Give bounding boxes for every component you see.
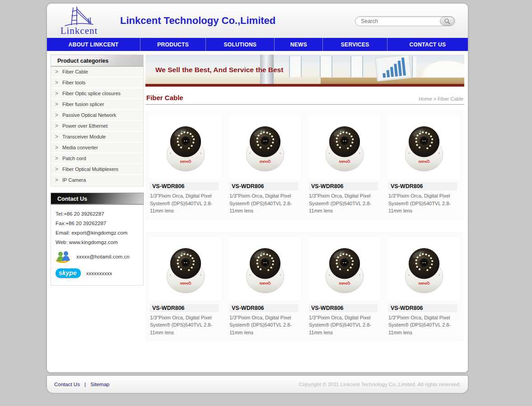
banner-slogan: We Sell the Best, And Service the Best bbox=[155, 66, 283, 74]
footer-contact-link[interactable]: Contact Us bbox=[54, 382, 80, 387]
nav-item[interactable]: ABOUT LINKCENT bbox=[47, 38, 140, 51]
nav-item[interactable]: NEWS bbox=[274, 38, 322, 51]
footer-sitemap-link[interactable]: Sitemap bbox=[90, 382, 109, 387]
category-item[interactable]: > Transceiver Module bbox=[51, 132, 143, 143]
product-card: QIHAN VS-WDR806 1/3"Pixim Orca, Digital … bbox=[386, 237, 462, 340]
page: Linkcent Linkcent Technology Co.,Limited… bbox=[47, 4, 468, 393]
search-button[interactable] bbox=[440, 17, 454, 26]
category-item[interactable]: > Passive Optical Network bbox=[51, 110, 143, 121]
product-card: QIHAN VS-WDR806 1/3"Pixim Orca, Digital … bbox=[306, 115, 383, 218]
skype-row: skype xxxxxxxxxx bbox=[56, 268, 140, 278]
product-description: 1/3"Pixim Orca, Digital Pixel System® (D… bbox=[388, 314, 460, 337]
chevron-right-icon: > bbox=[55, 101, 58, 107]
category-item[interactable]: > Fiber tools bbox=[51, 78, 143, 88]
contact-web[interactable]: Web: www.kingdomgz.com bbox=[56, 240, 140, 245]
logo-wordmark: Linkcent bbox=[61, 26, 98, 36]
chevron-right-icon: > bbox=[55, 68, 58, 75]
product-card: QIHAN VS-WDR806 1/3"Pixim Orca, Digital … bbox=[386, 115, 462, 218]
category-item[interactable]: > Media converter bbox=[51, 143, 143, 153]
product-name-link[interactable]: VS-WDR806 bbox=[309, 182, 378, 190]
breadcrumb[interactable]: Home > Fiber Cable bbox=[419, 96, 463, 102]
category-item[interactable]: > Fiber Optic splice closures bbox=[51, 88, 143, 99]
svg-text:QIHAN: QIHAN bbox=[339, 281, 350, 286]
title-divider bbox=[145, 104, 464, 105]
main-nav: ABOUT LINKCENT PRODUCTS SOLUTIONS NEWS S… bbox=[47, 38, 468, 51]
dome-camera-image: QIHAN bbox=[163, 240, 208, 297]
chevron-right-icon: > bbox=[55, 90, 58, 97]
product-image[interactable]: QIHAN bbox=[388, 115, 460, 179]
product-image[interactable]: QIHAN bbox=[388, 237, 460, 300]
category-item[interactable]: > Fiber fusion splicer bbox=[51, 99, 143, 110]
category-item[interactable]: > IP Camera bbox=[51, 175, 143, 186]
product-image[interactable]: QIHAN bbox=[150, 115, 221, 179]
search-bar[interactable] bbox=[355, 16, 455, 26]
nav-item[interactable]: SOLUTIONS bbox=[205, 38, 274, 51]
category-item[interactable]: > Patch cord bbox=[51, 153, 143, 164]
contact-us-header: Contact Us bbox=[51, 193, 144, 205]
skype-id[interactable]: xxxxxxxxxx bbox=[86, 271, 112, 276]
category-item[interactable]: > Fiber Optical Multiplexers bbox=[51, 164, 143, 175]
product-description: 1/3"Pixim Orca, Digital Pixel System® (D… bbox=[388, 192, 460, 215]
product-name-link[interactable]: VS-WDR806 bbox=[150, 304, 219, 312]
product-name-link[interactable]: VS-WDR806 bbox=[150, 182, 219, 190]
content-area: Product categories > Fiber Cable > Fiber… bbox=[47, 51, 468, 372]
footer-links: Contact Us | Sitemap bbox=[54, 382, 109, 387]
main-panel: We Sell the Best, And Service the Best F… bbox=[145, 55, 464, 369]
laptop-chart-graphic bbox=[374, 55, 412, 82]
category-item[interactable]: > Power over Ethernet bbox=[51, 121, 143, 132]
chevron-right-icon: > bbox=[55, 122, 58, 129]
contact-email[interactable]: Email: export@kingdomgz.com bbox=[56, 230, 140, 235]
site-container: Linkcent Linkcent Technology Co.,Limited… bbox=[47, 4, 468, 372]
product-image[interactable]: QIHAN bbox=[309, 115, 380, 179]
product-card: QIHAN VS-WDR806 1/3"Pixim Orca, Digital … bbox=[306, 237, 383, 340]
hero-banner: We Sell the Best, And Service the Best bbox=[145, 55, 464, 87]
search-input[interactable] bbox=[355, 18, 440, 24]
product-image[interactable]: QIHAN bbox=[309, 237, 380, 300]
site-header: Linkcent Linkcent Technology Co.,Limited bbox=[47, 4, 468, 38]
page-title: Fiber Cable bbox=[146, 94, 183, 102]
svg-text:QIHAN: QIHAN bbox=[180, 281, 191, 286]
product-row-2: QIHAN VS-WDR806 1/3"Pixim Orca, Digital … bbox=[145, 232, 464, 342]
dome-camera-image: QIHAN bbox=[401, 119, 447, 175]
product-description: 1/3"Pixim Orca, Digital Pixel System® (D… bbox=[150, 314, 221, 337]
product-row-1: QIHAN VS-WDR806 1/3"Pixim Orca, Digital … bbox=[145, 110, 464, 220]
product-image[interactable]: QIHAN bbox=[229, 237, 301, 300]
sidebar: Product categories > Fiber Cable > Fiber… bbox=[51, 55, 144, 369]
dome-camera-image: QIHAN bbox=[243, 119, 288, 175]
chevron-right-icon: > bbox=[55, 144, 58, 151]
nav-item[interactable]: PRODUCTS bbox=[140, 38, 205, 51]
product-image[interactable]: QIHAN bbox=[229, 115, 301, 179]
product-description: 1/3"Pixim Orca, Digital Pixel System® (D… bbox=[150, 192, 221, 215]
product-name-link[interactable]: VS-WDR806 bbox=[309, 304, 378, 312]
copyright-text: Copyright © 2011 Linkcent Technology Co.… bbox=[299, 382, 461, 387]
category-item[interactable]: > Fiber Cable bbox=[51, 67, 143, 78]
product-name-link[interactable]: VS-WDR806 bbox=[388, 304, 457, 312]
product-name-link[interactable]: VS-WDR806 bbox=[229, 304, 298, 312]
msn-address[interactable]: xxxxx@hotamil.com.cn bbox=[76, 254, 130, 259]
product-name-link[interactable]: VS-WDR806 bbox=[388, 182, 457, 190]
contact-box: Tel:+86 20 39262287 Fax:+86 20 39262287 … bbox=[51, 205, 144, 286]
chevron-right-icon: > bbox=[55, 133, 58, 140]
msn-row: xxxxx@hotamil.com.cn bbox=[56, 250, 140, 263]
product-image[interactable]: QIHAN bbox=[150, 237, 221, 300]
chevron-right-icon: > bbox=[55, 166, 58, 172]
product-description: 1/3"Pixim Orca, Digital Pixel System® (D… bbox=[309, 192, 380, 215]
footer-separator: | bbox=[84, 382, 86, 387]
chevron-right-icon: > bbox=[55, 79, 58, 86]
dome-camera-image: QIHAN bbox=[322, 119, 367, 175]
chevron-right-icon: > bbox=[55, 111, 58, 118]
nav-item[interactable]: SERVICES bbox=[322, 38, 387, 51]
company-logo[interactable]: Linkcent bbox=[51, 5, 107, 37]
product-name-link[interactable]: VS-WDR806 bbox=[229, 182, 298, 190]
msn-messenger-icon bbox=[56, 250, 71, 263]
nav-item[interactable]: CONTACT US bbox=[387, 38, 468, 51]
title-row: Fiber Cable Home > Fiber Cable bbox=[145, 94, 464, 102]
product-description: 1/3"Pixim Orca, Digital Pixel System® (D… bbox=[309, 314, 380, 337]
skype-logo: skype bbox=[56, 268, 81, 278]
dome-camera-image: QIHAN bbox=[243, 240, 288, 297]
product-description: 1/3"Pixim Orca, Digital Pixel System® (D… bbox=[229, 314, 301, 337]
product-card: QIHAN VS-WDR806 1/3"Pixim Orca, Digital … bbox=[227, 237, 303, 340]
site-footer: Contact Us | Sitemap Copyright © 2011 Li… bbox=[47, 376, 468, 393]
contact-fax: Fax:+86 20 39262287 bbox=[56, 221, 140, 226]
contact-tel: Tel:+86 20 39262287 bbox=[56, 211, 140, 217]
